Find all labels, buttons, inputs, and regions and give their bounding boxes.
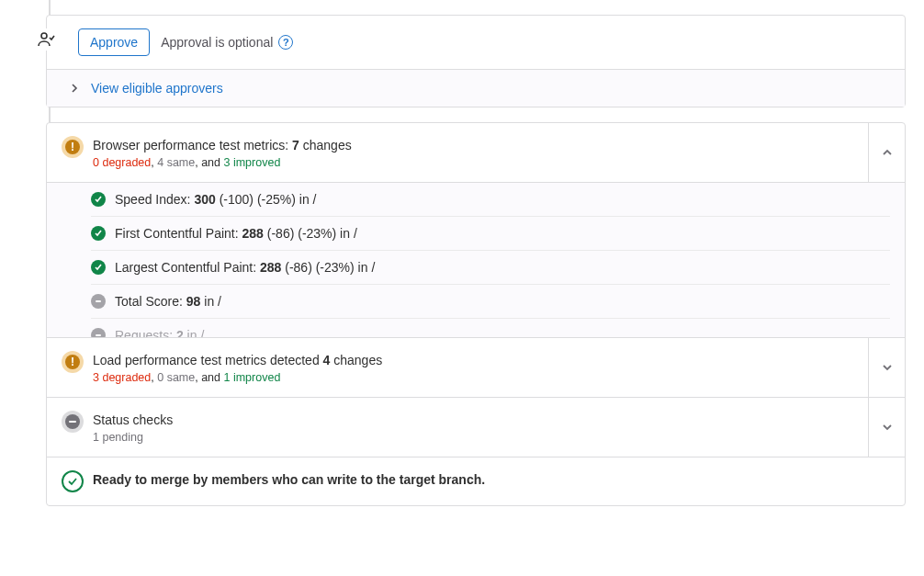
browser-perf-title: Browser performance test metrics: 7 chan… <box>93 136 868 155</box>
chevron-down-icon <box>881 361 894 374</box>
metrics-list[interactable]: Speed Index: 300 (-100) (-25%) in /First… <box>47 183 905 337</box>
dash-icon <box>91 328 106 337</box>
metric-row: First Contentful Paint: 288 (-86) (-23%)… <box>91 217 890 251</box>
approver-icon <box>35 28 57 51</box>
load-perf-title: Load performance test metrics detected 4… <box>93 351 868 370</box>
check-icon <box>91 260 106 275</box>
browser-performance-widget: ! Browser performance test metrics: 7 ch… <box>47 123 905 338</box>
help-icon[interactable]: ? <box>278 35 293 50</box>
status-checks-title: Status checks <box>93 411 868 430</box>
expand-toggle[interactable] <box>868 338 905 397</box>
svg-rect-2 <box>96 334 101 336</box>
metric-text: First Contentful Paint: 288 (-86) (-23%)… <box>115 226 357 241</box>
metric-text: Largest Contentful Paint: 288 (-86) (-23… <box>115 260 375 275</box>
check-icon <box>91 192 106 207</box>
check-icon <box>91 226 106 241</box>
svg-rect-3 <box>69 421 76 423</box>
metric-text: Total Score: 98 in / <box>115 294 221 309</box>
mr-widgets-card: ! Browser performance test metrics: 7 ch… <box>46 122 906 506</box>
approval-card: Approve Approval is optional ? View elig… <box>46 15 906 107</box>
approve-button[interactable]: Approve <box>78 28 150 56</box>
metric-text: Requests: 2 in / <box>115 328 204 337</box>
load-perf-summary: 3 degraded, 0 same, and 1 improved <box>93 371 868 384</box>
chevron-down-icon <box>881 421 894 434</box>
metric-row: Largest Contentful Paint: 288 (-86) (-23… <box>91 251 890 285</box>
pending-icon <box>62 411 84 433</box>
load-performance-widget: ! Load performance test metrics detected… <box>47 338 905 398</box>
metric-row: Requests: 2 in / <box>91 319 890 337</box>
warning-icon: ! <box>62 351 84 373</box>
ready-to-merge-widget: Ready to merge by members who can write … <box>47 457 905 505</box>
chevron-up-icon <box>881 146 894 159</box>
status-checks-widget: Status checks 1 pending <box>47 398 905 457</box>
chevron-right-icon <box>69 83 80 94</box>
metric-row: Speed Index: 300 (-100) (-25%) in / <box>91 183 890 217</box>
svg-rect-1 <box>96 300 101 302</box>
success-icon <box>62 470 84 492</box>
dash-icon <box>91 294 106 309</box>
view-approvers-link[interactable]: View eligible approvers <box>91 81 223 96</box>
metric-text: Speed Index: 300 (-100) (-25%) in / <box>115 192 316 207</box>
ready-text: Ready to merge by members who can write … <box>93 470 890 490</box>
view-approvers-row[interactable]: View eligible approvers <box>47 69 905 107</box>
collapse-toggle[interactable] <box>868 123 905 182</box>
status-checks-pending: 1 pending <box>93 431 868 444</box>
metric-row: Total Score: 98 in / <box>91 285 890 319</box>
browser-perf-summary: 0 degraded, 4 same, and 3 improved <box>93 156 868 169</box>
warning-icon: ! <box>62 136 84 158</box>
expand-toggle[interactable] <box>868 398 905 457</box>
svg-point-0 <box>41 33 47 39</box>
approval-optional-text: Approval is optional ? <box>161 35 293 50</box>
